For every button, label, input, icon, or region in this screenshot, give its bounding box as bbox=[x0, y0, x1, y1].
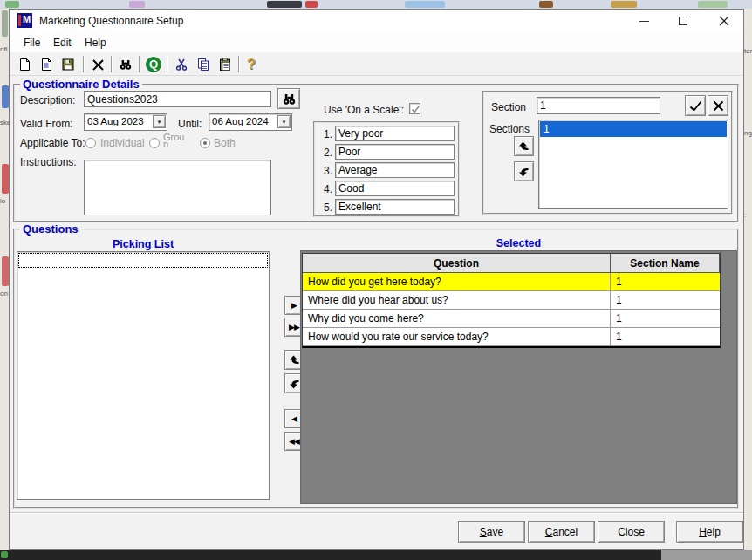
scale-input-2[interactable] bbox=[335, 144, 455, 160]
background-icon bbox=[129, 1, 145, 8]
group-radio[interactable] bbox=[149, 138, 160, 148]
table-cell-question[interactable]: Where did you hear about us? bbox=[303, 291, 611, 310]
scale-input-5[interactable] bbox=[335, 199, 455, 215]
menu-file[interactable]: File bbox=[20, 36, 44, 50]
scale-input-4[interactable] bbox=[335, 181, 455, 196]
help-button-toolbar[interactable]: ? bbox=[242, 55, 261, 74]
background-taskbar-strip bbox=[0, 550, 752, 560]
new-button[interactable] bbox=[15, 55, 34, 74]
until-label: Until: bbox=[178, 118, 202, 130]
background-taskbar-strip-light bbox=[661, 550, 752, 560]
paste-button[interactable] bbox=[215, 55, 235, 74]
bent-arrow-down-icon bbox=[518, 166, 530, 178]
description-find-button[interactable] bbox=[277, 88, 300, 109]
maximize-button[interactable] bbox=[668, 11, 698, 31]
background-icon bbox=[1, 551, 8, 558]
binoculars-icon bbox=[282, 92, 297, 106]
toolbar-separator bbox=[83, 56, 85, 72]
cut-button[interactable] bbox=[172, 55, 191, 74]
both-radio-label: Both bbox=[214, 137, 236, 149]
save-button-toolbar[interactable] bbox=[58, 55, 78, 74]
table-cell-section[interactable]: 1 bbox=[611, 328, 720, 346]
save-button[interactable]: Save bbox=[458, 521, 525, 543]
screen: nfi ske io on ter ngs : M Marketing Ques… bbox=[0, 0, 752, 560]
section-delete-button[interactable] bbox=[708, 95, 728, 116]
check-icon bbox=[689, 100, 702, 112]
help-button[interactable]: Help bbox=[676, 521, 743, 543]
section-accept-button[interactable] bbox=[685, 95, 706, 116]
new-icon bbox=[17, 58, 31, 72]
arrow-left-icon: ◀ bbox=[291, 414, 297, 423]
open-document-button[interactable] bbox=[37, 55, 56, 74]
close-dialog-button[interactable]: Close bbox=[598, 521, 665, 543]
toolbar-separator bbox=[111, 56, 113, 72]
table-cell-section[interactable]: 1 bbox=[611, 273, 720, 291]
instructions-label: Instructions: bbox=[20, 156, 77, 168]
delete-button[interactable] bbox=[88, 55, 107, 74]
bent-arrow-up-icon bbox=[518, 140, 530, 153]
description-input[interactable] bbox=[84, 91, 271, 107]
background-icon bbox=[698, 1, 728, 8]
chevron-down-icon: ▼ bbox=[157, 120, 162, 125]
scale-number: 4. bbox=[318, 183, 332, 195]
table-cell-question[interactable]: How would you rate our service today? bbox=[303, 328, 611, 346]
title-bar[interactable]: M Marketing Questionnaire Setup bbox=[10, 10, 743, 32]
questionnaire-details-legend: Questionnaire Details bbox=[20, 78, 142, 91]
picking-listbox[interactable] bbox=[17, 251, 270, 500]
section-move-down-button[interactable] bbox=[514, 161, 534, 181]
footer-separator bbox=[10, 512, 743, 514]
x-icon bbox=[713, 100, 724, 112]
use-on-a-scale-checkbox[interactable] bbox=[409, 103, 420, 114]
find-button[interactable] bbox=[116, 55, 135, 74]
paste-icon bbox=[218, 58, 232, 72]
check-icon bbox=[411, 105, 420, 114]
close-icon bbox=[719, 16, 729, 26]
maximize-icon bbox=[679, 17, 687, 25]
section-move-up-button[interactable] bbox=[514, 136, 534, 156]
toolbar-separator bbox=[139, 56, 140, 72]
scale-input-1[interactable] bbox=[335, 126, 455, 141]
minimize-icon bbox=[639, 21, 649, 22]
copy-button[interactable] bbox=[194, 55, 213, 74]
section-name-column-header[interactable]: Section Name bbox=[611, 254, 720, 273]
table-cell-question[interactable]: Why did you come here? bbox=[303, 310, 611, 328]
double-arrow-left-icon: ◀◀ bbox=[289, 437, 299, 446]
dialog-window: M Marketing Questionnaire Setup File Edi… bbox=[9, 9, 744, 550]
menu-help[interactable]: Help bbox=[81, 36, 110, 50]
background-icon bbox=[405, 1, 445, 8]
valid-from-combobox[interactable]: 03 Aug 2023 ▼ bbox=[84, 113, 167, 131]
valid-from-dropdown-button[interactable]: ▼ bbox=[153, 115, 166, 128]
background-text-fragment: : bbox=[744, 211, 746, 219]
table-cell-section[interactable]: 1 bbox=[611, 310, 720, 328]
background-icon bbox=[2, 10, 8, 37]
picking-list-focus-row[interactable] bbox=[19, 254, 267, 267]
bent-arrow-up-icon bbox=[289, 354, 301, 366]
scale-number: 3. bbox=[318, 165, 332, 177]
instructions-textarea[interactable] bbox=[84, 160, 271, 215]
selected-questions-table: Question Section Name How did you get he… bbox=[302, 253, 721, 348]
table-cell-question[interactable]: How did you get here today? bbox=[303, 273, 611, 291]
background-icon bbox=[611, 1, 637, 8]
window-title: Marketing Questionnaire Setup bbox=[39, 15, 183, 27]
sections-listbox[interactable]: 1 bbox=[538, 120, 728, 209]
until-dropdown-button[interactable]: ▼ bbox=[277, 115, 291, 128]
scale-input-3[interactable] bbox=[335, 162, 455, 178]
close-button[interactable] bbox=[709, 11, 739, 31]
scale-number: 1. bbox=[318, 128, 332, 140]
open-document-icon bbox=[39, 58, 53, 72]
section-input[interactable] bbox=[537, 97, 660, 114]
background-right-strip: ter ngs : bbox=[744, 9, 752, 550]
double-arrow-right-icon: ▶▶ bbox=[289, 323, 299, 331]
sections-list-item-selected[interactable]: 1 bbox=[540, 121, 727, 137]
background-text-fragment: io bbox=[0, 197, 5, 205]
both-radio[interactable] bbox=[200, 138, 210, 148]
sections-label: Sections bbox=[489, 123, 530, 135]
individual-radio[interactable] bbox=[85, 138, 96, 148]
minimize-button[interactable] bbox=[629, 11, 659, 31]
until-combobox[interactable]: 06 Aug 2024 ▼ bbox=[209, 113, 292, 131]
question-column-header[interactable]: Question bbox=[303, 254, 611, 273]
table-cell-section[interactable]: 1 bbox=[611, 291, 720, 310]
questionnaire-button[interactable]: Q bbox=[144, 55, 163, 74]
menu-edit[interactable]: Edit bbox=[50, 36, 75, 50]
cancel-button[interactable]: Cancel bbox=[528, 521, 595, 543]
